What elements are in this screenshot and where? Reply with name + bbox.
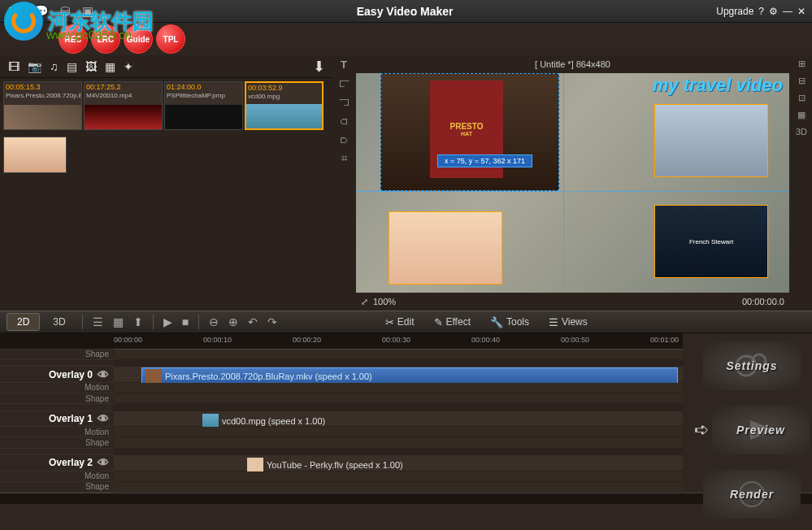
align-top-icon[interactable]: ⫏ (339, 115, 350, 127)
list-icon[interactable]: ☰ (89, 315, 106, 328)
eye-icon[interactable]: 👁 (98, 368, 109, 381)
minimize-icon[interactable]: — (783, 6, 792, 17)
redo-icon[interactable]: ↷ (264, 315, 280, 328)
track-sub-label: Shape (85, 394, 109, 403)
upgrade-link[interactable]: Upgrade (716, 6, 753, 17)
track-name: Overlay 1 (49, 413, 93, 424)
import-icon[interactable]: ⬇ (313, 58, 325, 76)
help-icon[interactable]: ? (758, 6, 764, 17)
image-tab-icon[interactable]: 🖼 (85, 60, 97, 73)
timeline-scrollbar[interactable] (0, 493, 812, 504)
align-center-icon[interactable]: ⫎ (339, 96, 350, 108)
zoom-in-icon[interactable]: ⊕ (225, 315, 241, 328)
track-lane[interactable]: YouTube - Perky.flv (speed x 1.00) (114, 455, 683, 471)
text-tab-icon[interactable]: ▤ (67, 60, 77, 73)
3d-icon[interactable]: 3D (796, 127, 807, 137)
media-clip-small[interactable] (3, 137, 67, 173)
stop-icon[interactable]: ■ (179, 315, 192, 328)
track-sub-label: Motion (85, 383, 109, 392)
track-lane[interactable]: vcd00.mpg (speed x 1.00) (114, 411, 683, 428)
tpl-button[interactable]: TPL (156, 24, 185, 54)
timeline: Shape Overlay 0👁 Motion Shape Overlay 1👁… (0, 333, 812, 504)
zoom-level: 100% (373, 297, 396, 306)
overlay-selected[interactable]: PRESTOHAT (380, 73, 559, 191)
distribute-h-icon[interactable]: ⊟ (798, 76, 805, 86)
track-sub-label: Shape (85, 438, 109, 447)
time-ruler[interactable]: 00:00:00 00:00:10 00:00:20 00:00:30 00:0… (114, 333, 683, 350)
tab-3d[interactable]: 3D (43, 314, 75, 330)
media-clip[interactable]: 00:17:25.2M4V20010.mp4 (84, 81, 163, 130)
site-watermark: 河东软件园 www.pc0359.cn (4, 2, 154, 41)
snap-icon[interactable]: ⊞ (798, 59, 805, 69)
overlay-clip[interactable] (389, 211, 502, 285)
watermark-logo (4, 2, 43, 41)
render-panel: Settings ➪ Preview Render (695, 333, 809, 527)
track-sub-label: Motion (85, 471, 109, 480)
zoom-out-icon[interactable]: ⊖ (206, 315, 222, 328)
track-lane[interactable]: Pixars.Presto.2008.720p.BluRay.mkv (spee… (114, 367, 683, 383)
track-name: Overlay 2 (49, 457, 93, 468)
guide-horizontal (356, 191, 789, 192)
arrow-icon: ➪ (694, 419, 709, 441)
align-left-icon[interactable]: ⫍ (339, 77, 350, 89)
preview-button[interactable]: Preview (712, 406, 810, 454)
grid-toggle-icon[interactable]: ▦ (797, 110, 805, 120)
eye-icon[interactable]: 👁 (98, 456, 109, 469)
tab-2d[interactable]: 2D (7, 313, 40, 331)
project-title: [ Untitle *] 864x480 (354, 55, 791, 73)
watermark-url: www.pc0359.cn (46, 28, 132, 41)
track-sub-label: Shape (85, 350, 109, 358)
media-library: 🎞 📷 ♫ ▤ 🖼 ▦ ✦ ⬇ 00:05:15.3Pixars.Presto.… (0, 55, 333, 311)
preview-left-tools: T ⫍ ⫎ ⫏ ⫐ ⌗ (333, 55, 354, 311)
distribute-v-icon[interactable]: ⊡ (798, 93, 805, 103)
media-clip[interactable]: 01:24:00.0PSPlittlechaMP.pmp (164, 81, 243, 130)
fullscreen-icon[interactable]: ⤢ (361, 297, 368, 307)
overlay-clip[interactable]: French Stewart (654, 205, 768, 278)
grid-view-icon[interactable]: ▦ (110, 315, 127, 328)
track-labels: Shape Overlay 0👁 Motion Shape Overlay 1👁… (0, 333, 114, 493)
track-lanes[interactable]: 00:00:00 00:00:10 00:00:20 00:00:30 00:0… (114, 333, 683, 493)
media-tabs: 🎞 📷 ♫ ▤ 🖼 ▦ ✦ ⬇ (0, 55, 333, 78)
app-title: Easy Video Maker (93, 5, 716, 18)
media-clip-selected[interactable]: 00:03:52.9vcd00.mpg (245, 81, 323, 130)
title-overlay[interactable]: my travel video (653, 75, 783, 96)
close-icon[interactable]: ✕ (797, 6, 805, 17)
up-icon[interactable]: ⬆ (130, 315, 146, 328)
track-sub-label: Motion (85, 428, 109, 437)
preview-statusbar: ⤢ 100% 00:00:00.0 (354, 293, 791, 311)
media-clip[interactable]: 00:05:15.3Pixars.Presto.2008.720p.BluRay… (3, 81, 82, 130)
timeline-toolbar: 2D 3D ☰ ▦ ⬆ ▶ ■ ⊖ ⊕ ↶ ↷ ✂Edit ✎Effect 🔧T… (0, 311, 812, 333)
layers-tab-icon[interactable]: ▦ (105, 60, 115, 73)
settings-icon[interactable]: ⚙ (769, 6, 778, 17)
guide-vertical (563, 73, 564, 293)
preview-right-tools: ⊞ ⊟ ⊡ ▦ 3D (791, 55, 812, 311)
overlay-clip[interactable] (654, 104, 768, 177)
preview-canvas[interactable]: PRESTOHAT x = 75, y = 57, 362 x 171 my t… (356, 73, 789, 293)
camera-tab-icon[interactable]: 📷 (28, 60, 41, 73)
undo-icon[interactable]: ↶ (245, 315, 261, 328)
align-middle-icon[interactable]: ⫐ (339, 133, 350, 146)
music-tab-icon[interactable]: ♫ (50, 60, 59, 73)
plugin-tab-icon[interactable]: ✦ (124, 60, 133, 73)
text-tool-icon[interactable]: T (341, 59, 347, 71)
menu-edit[interactable]: ✂Edit (377, 316, 423, 328)
menu-effect[interactable]: ✎Effect (426, 316, 479, 328)
grid-icon[interactable]: ⌗ (341, 152, 347, 165)
track-name: Overlay 0 (49, 369, 93, 380)
render-button[interactable]: Render (703, 470, 801, 519)
settings-button[interactable]: Settings (703, 341, 801, 390)
play-icon[interactable]: ▶ (160, 315, 176, 328)
playhead-time: 00:00:00.0 (742, 297, 784, 306)
preview-panel: T ⫍ ⫎ ⫏ ⫐ ⌗ [ Untitle *] 864x480 PRESTOH… (333, 55, 812, 311)
video-tab-icon[interactable]: 🎞 (8, 60, 20, 73)
menu-tools[interactable]: 🔧Tools (482, 316, 537, 328)
track-sub-label: Shape (85, 482, 109, 491)
media-thumbnails: 00:05:15.3Pixars.Presto.2008.720p.BluRay… (0, 78, 333, 133)
eye-icon[interactable]: 👁 (98, 412, 109, 425)
coord-readout: x = 75, y = 57, 362 x 171 (437, 154, 532, 167)
menu-views[interactable]: ☰Views (541, 316, 596, 328)
